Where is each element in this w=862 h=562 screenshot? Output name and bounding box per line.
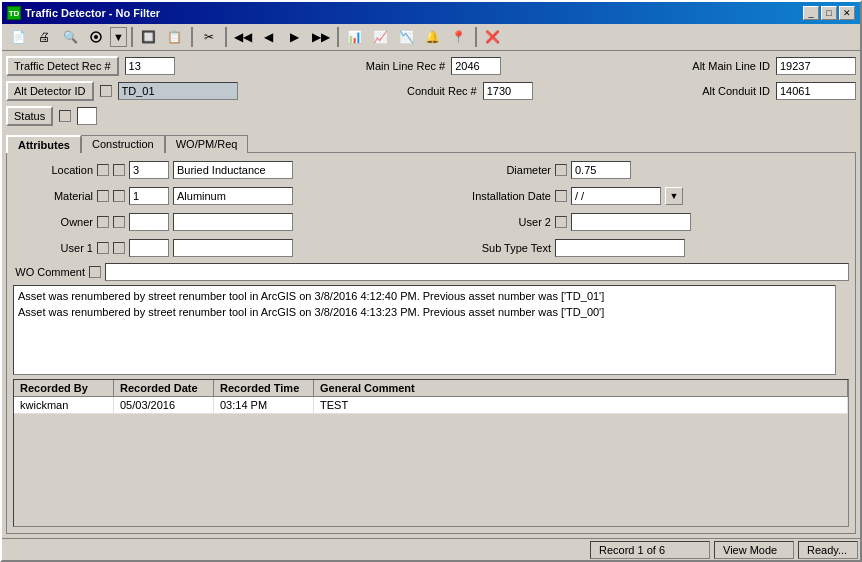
- user2-row: User 2: [441, 211, 849, 233]
- first-record-button[interactable]: ◀◀: [231, 26, 255, 48]
- alt-conduit-id-label: Alt Conduit ID: [702, 85, 770, 97]
- ready-status: Ready...: [798, 541, 858, 559]
- cut-button[interactable]: ✂: [197, 26, 221, 48]
- new-button[interactable]: 📄: [6, 26, 30, 48]
- sep2: [191, 27, 193, 47]
- close-button[interactable]: ✕: [839, 6, 855, 20]
- print-button[interactable]: 🖨: [32, 26, 56, 48]
- wo-comment-label: WO Comment: [13, 266, 85, 278]
- filter-dropdown[interactable]: ▼: [110, 27, 127, 47]
- conduit-rec-input[interactable]: [483, 82, 533, 100]
- material-row: Material: [13, 185, 421, 207]
- left-column: Location Material: [13, 159, 421, 259]
- user1-row: User 1: [13, 237, 421, 259]
- zoom-button[interactable]: 🔲: [137, 26, 161, 48]
- location-text-input[interactable]: [173, 161, 293, 179]
- material-ind2: [113, 190, 125, 202]
- settings-button[interactable]: [84, 26, 108, 48]
- title-bar: TD Traffic Detector - No Filter _ □ ✕: [2, 2, 860, 24]
- alt-detector-indicator: [100, 85, 112, 97]
- attributes-grid: Location Material: [13, 159, 849, 259]
- tab-content-attributes: Location Material: [6, 152, 856, 534]
- status-indicator: [59, 110, 71, 122]
- alt-detector-id-button[interactable]: Alt Detector ID: [6, 81, 94, 101]
- title-buttons[interactable]: _ □ ✕: [803, 6, 855, 20]
- alt-main-line-id-label: Alt Main Line ID: [692, 60, 770, 72]
- location-ind2: [113, 164, 125, 176]
- location-num-input[interactable]: [129, 161, 169, 179]
- tab-attributes[interactable]: Attributes: [6, 135, 81, 153]
- material-ind1: [97, 190, 109, 202]
- status-input[interactable]: [77, 107, 97, 125]
- main-window: TD Traffic Detector - No Filter _ □ ✕ 📄 …: [0, 0, 862, 562]
- comment-area-container: Asset was renumbered by street renumber …: [13, 285, 849, 375]
- delete-button[interactable]: ❌: [481, 26, 505, 48]
- user2-ind: [555, 216, 567, 228]
- traffic-detect-rec-input[interactable]: [125, 57, 175, 75]
- user1-num-input[interactable]: [129, 239, 169, 257]
- user1-ind1: [97, 242, 109, 254]
- col-recorded-time: Recorded Time: [214, 380, 314, 396]
- user2-input[interactable]: [571, 213, 691, 231]
- chart1-button[interactable]: 📊: [343, 26, 367, 48]
- tabs: Attributes Construction WO/PM/Req: [6, 134, 856, 152]
- alt-conduit-id-input[interactable]: [776, 82, 856, 100]
- location-ind1: [97, 164, 109, 176]
- svg-point-1: [94, 35, 98, 39]
- installation-date-row: Installation Date ▼: [441, 185, 849, 207]
- next-record-button[interactable]: ▶: [283, 26, 307, 48]
- main-line-rec-label: Main Line Rec #: [366, 60, 446, 72]
- col-recorded-date: Recorded Date: [114, 380, 214, 396]
- search-button[interactable]: 🔍: [58, 26, 82, 48]
- main-line-rec-input[interactable]: [451, 57, 501, 75]
- wo-comment-input[interactable]: [105, 263, 849, 281]
- material-text-input[interactable]: [173, 187, 293, 205]
- comment-scrollbar[interactable]: [835, 285, 849, 375]
- chart3-button[interactable]: 📉: [395, 26, 419, 48]
- owner-label: Owner: [13, 216, 93, 228]
- cell-recorded-date: 05/03/2016: [114, 397, 214, 413]
- date-dropdown-button[interactable]: ▼: [665, 187, 683, 205]
- table-body: kwickman 05/03/2016 03:14 PM TEST: [14, 397, 848, 414]
- cell-general-comment: TEST: [314, 397, 848, 413]
- chart2-button[interactable]: 📈: [369, 26, 393, 48]
- sep4: [337, 27, 339, 47]
- alt-main-line-id-input[interactable]: [776, 57, 856, 75]
- diameter-row: Diameter: [441, 159, 849, 181]
- installation-date-label: Installation Date: [441, 190, 551, 202]
- minimize-button[interactable]: _: [803, 6, 819, 20]
- status-button[interactable]: Status: [6, 106, 53, 126]
- owner-text-input[interactable]: [173, 213, 293, 231]
- comment-area: Asset was renumbered by street renumber …: [13, 285, 849, 375]
- diameter-input[interactable]: [571, 161, 631, 179]
- sub-type-text-input[interactable]: [555, 239, 685, 257]
- material-num-input[interactable]: [129, 187, 169, 205]
- installation-date-input[interactable]: [571, 187, 661, 205]
- copy-button[interactable]: 📋: [163, 26, 187, 48]
- owner-row: Owner: [13, 211, 421, 233]
- location-label: Location: [13, 164, 93, 176]
- conduit-rec-label: Conduit Rec #: [407, 85, 477, 97]
- user2-label: User 2: [441, 216, 551, 228]
- tab-construction[interactable]: Construction: [81, 135, 165, 153]
- record-status: Record 1 of 6: [590, 541, 710, 559]
- filter-icon: ▼: [113, 31, 124, 43]
- alt-detector-id-input[interactable]: [118, 82, 238, 100]
- prev-record-button[interactable]: ◀: [257, 26, 281, 48]
- wo-comment-row: WO Comment: [13, 263, 849, 281]
- owner-num-input[interactable]: [129, 213, 169, 231]
- row3: Status: [6, 105, 856, 127]
- table-row[interactable]: kwickman 05/03/2016 03:14 PM TEST: [14, 397, 848, 414]
- installation-date-ind: [555, 190, 567, 202]
- maximize-button[interactable]: □: [821, 6, 837, 20]
- col-recorded-by: Recorded By: [14, 380, 114, 396]
- content-area: Traffic Detect Rec # Main Line Rec # Alt…: [2, 51, 860, 538]
- location-button[interactable]: 📍: [447, 26, 471, 48]
- status-bar: Record 1 of 6 View Mode Ready...: [2, 538, 860, 560]
- last-record-button[interactable]: ▶▶: [309, 26, 333, 48]
- tab-wo-pm-req[interactable]: WO/PM/Req: [165, 135, 249, 153]
- row1: Traffic Detect Rec # Main Line Rec # Alt…: [6, 55, 856, 77]
- user1-text-input[interactable]: [173, 239, 293, 257]
- traffic-detect-rec-button[interactable]: Traffic Detect Rec #: [6, 56, 119, 76]
- chart4-button[interactable]: 🔔: [421, 26, 445, 48]
